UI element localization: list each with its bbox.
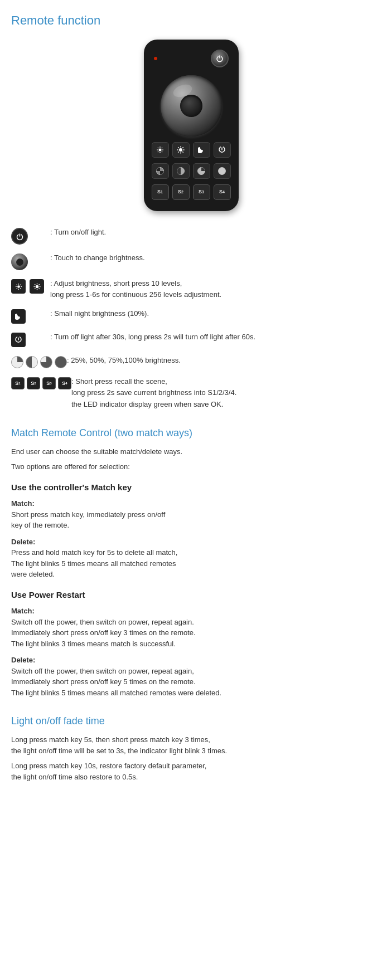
svg-line-8 (158, 152, 158, 152)
match-controller-delete: Delete: Press and hold match key for 5s … (11, 537, 371, 580)
svg-line-27 (16, 284, 17, 285)
circle-25-icon (11, 356, 23, 368)
svg-line-37 (38, 288, 39, 289)
remote-dial (161, 75, 222, 136)
fade-section-title: Light on/off fade time (11, 714, 371, 729)
remote-led (154, 57, 157, 60)
match-intro-1: End user can choose the suitable match/d… (11, 446, 371, 457)
remote-btn-row-2 (152, 163, 231, 179)
s2-legend-icon: S2 (27, 377, 40, 389)
delete2-label: Delete: (11, 656, 35, 664)
legend-brightness-icon-area (11, 278, 50, 294)
scene-buttons-legend: S1 S2 S3 S4 (11, 377, 71, 389)
remote-s3-btn: S3 (193, 184, 210, 200)
legend-dial-icon-area (11, 252, 50, 270)
remote-50-btn (172, 163, 190, 179)
dial-icon (11, 253, 28, 270)
remote-night-btn (193, 142, 210, 158)
circle-100-icon (55, 356, 67, 368)
svg-line-30 (16, 288, 17, 289)
legend-night: : Small night brightness (10%). (11, 308, 371, 324)
legend-circles-icon-area (11, 355, 67, 368)
svg-line-29 (20, 284, 21, 285)
remote-power-button (211, 50, 229, 67)
legend-night-icon-area (11, 308, 50, 324)
match-label: Match: (11, 499, 35, 508)
remote-100-btn (214, 163, 231, 179)
s4-legend-icon: S4 (58, 377, 71, 389)
legend-circles: : 25%, 50%, 75%,100% brightness. (11, 355, 371, 368)
delete-label: Delete: (11, 538, 35, 546)
match-intro-2: Two options are offered for selection: (11, 461, 371, 472)
legend-dial-text: : Touch to change brightness. (50, 252, 371, 264)
svg-point-31 (35, 285, 38, 288)
fade-text-1: Long press match key 5s, then short pres… (11, 734, 371, 756)
delete2-text: Switch off the power, then switch on pow… (11, 667, 221, 697)
svg-line-28 (20, 288, 21, 289)
match-power-delete: Delete: Switch off the power, then switc… (11, 655, 371, 698)
legend-scenes-text: : Short press recall the scene, long pre… (71, 376, 371, 409)
power-icon (11, 228, 28, 245)
remote-s1-btn: S1 (152, 184, 169, 200)
legend-night-text: : Small night brightness (10%). (50, 308, 371, 319)
remote-dial-inner (180, 95, 202, 117)
remote-timer-btn (214, 142, 231, 158)
delete-controller-text: Press and hold match key for 5s to delet… (11, 548, 177, 578)
remote-top-row (152, 50, 231, 67)
match-section-title: Match Remote Control (two match ways) (11, 426, 371, 441)
circle-75-icon (40, 356, 52, 368)
svg-line-17 (178, 152, 178, 152)
match2-label: Match: (11, 607, 35, 615)
legend-brightness: : Adjust brightness, short press 10 leve… (11, 278, 371, 300)
svg-line-39 (35, 288, 35, 289)
remote-btn-row-1 (152, 142, 231, 158)
night-icon (11, 309, 26, 324)
legend-power-text: : Turn on/off light. (50, 227, 371, 238)
remote-s2-btn: S2 (172, 184, 190, 200)
svg-line-7 (162, 148, 162, 148)
svg-line-36 (35, 284, 35, 285)
bright-down-icon (11, 279, 26, 294)
remote-75-btn (193, 163, 210, 179)
legend-power: : Turn on/off light. (11, 227, 371, 245)
legend-timer: : Turn off light after 30s, long press 2… (11, 331, 371, 347)
legend-timer-icon-area (11, 331, 50, 347)
legend-timer-text: : Turn off light after 30s, long press 2… (50, 331, 371, 343)
svg-point-9 (179, 148, 182, 152)
legend-dial: : Touch to change brightness. (11, 252, 371, 270)
svg-point-21 (219, 168, 226, 175)
bright-circles (11, 356, 67, 368)
bright-up-icon (30, 279, 44, 294)
controller-match-title: Use the controller's Match key (11, 481, 371, 494)
svg-line-5 (158, 148, 158, 148)
remote-25-btn (152, 163, 169, 179)
s1-legend-icon: S1 (11, 377, 25, 389)
fade-text-2: Long press match key 10s, restore factor… (11, 760, 371, 782)
legend-brightness-text: : Adjust brightness, short press 10 leve… (50, 278, 371, 300)
match-controller-match: Match: Short press match key, immediatel… (11, 498, 371, 531)
svg-point-22 (17, 285, 20, 288)
legend-power-icon-area (11, 227, 50, 245)
s3-legend-icon: S3 (42, 377, 56, 389)
timer-icon (11, 333, 26, 347)
legend-circles-text: : 25%, 50%, 75%,100% brightness. (67, 355, 371, 366)
svg-line-15 (182, 152, 183, 152)
svg-point-0 (159, 149, 162, 152)
svg-line-16 (182, 147, 183, 148)
remote-bright-up-btn (172, 142, 190, 158)
dial-inner-icon (16, 259, 23, 266)
svg-line-6 (162, 152, 162, 152)
match-power-match: Match: Switch off the power, then switch… (11, 606, 371, 649)
svg-line-38 (38, 284, 39, 285)
match-controller-text: Short press match key, immediately press… (11, 510, 165, 530)
remote-scene-row: S1 S2 S3 S4 (152, 184, 231, 200)
match2-text: Switch off the power, then switch on pow… (11, 618, 196, 648)
page-title: Remote function (11, 11, 371, 30)
power-restart-title: Use Power Restart (11, 589, 371, 602)
svg-line-14 (178, 147, 178, 148)
remote-body: S1 S2 S3 S4 (144, 40, 239, 211)
remote-illustration: S1 S2 S3 S4 (11, 40, 371, 211)
legend-scenes-icon-area: S1 S2 S3 S4 (11, 376, 71, 389)
legend-scenes: S1 S2 S3 S4 : Short press recall the sce… (11, 376, 371, 409)
remote-s4-btn: S4 (214, 184, 231, 200)
